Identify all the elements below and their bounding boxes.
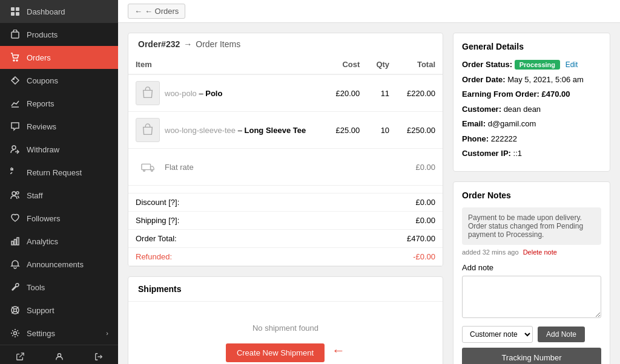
ip-label: Customer IP: (462, 149, 511, 158)
external-link-button[interactable] (0, 345, 39, 364)
sidebar-item-announcements[interactable]: Announcements (0, 253, 118, 276)
sidebar-item-settings[interactable]: Settings › (0, 322, 118, 345)
sidebar-item-label: Reviews (27, 122, 56, 131)
product-qty: 10 (367, 112, 397, 149)
cart-icon (10, 52, 21, 63)
col-total: Total (397, 55, 443, 74)
shipping-method: Flat rate (165, 163, 194, 172)
ip-row: Customer IP: ::1 (462, 148, 601, 160)
add-note-textarea[interactable] (462, 276, 601, 318)
product-name: woo-polo – Polo (165, 89, 222, 98)
col-qty: Qty (367, 55, 397, 74)
content-area: Order#232 → Order Items Item Cost Qty To… (118, 23, 620, 364)
svg-rect-13 (12, 241, 13, 245)
breadcrumb: Order#232 → Order Items (128, 33, 443, 55)
product-info: woo-polo – Polo (136, 81, 318, 105)
sidebar-item-withdraw[interactable]: Withdraw (0, 138, 118, 161)
edit-status-link[interactable]: Edit (566, 60, 578, 69)
shipments-empty: No shipment found Create New Shipment ← (138, 311, 433, 364)
product-sku: woo-long-sleeve-tee (165, 126, 236, 135)
phone-row: Phone: 222222 (462, 133, 601, 145)
sidebar-item-dashboard[interactable]: Dashboard (0, 0, 118, 23)
note-footer: Customer note Private note Add Note (462, 326, 601, 343)
svg-rect-1 (16, 7, 19, 11)
summary-row-refunded: Refunded: -£0.00 (128, 248, 443, 266)
sidebar-item-orders[interactable]: Orders (0, 46, 118, 69)
sidebar-item-support[interactable]: Support (0, 299, 118, 322)
email-value: d@gamil.com (488, 119, 536, 128)
sidebar-item-label: Withdraw (27, 145, 59, 154)
svg-line-23 (19, 353, 24, 357)
order-date-label: Order Date: (462, 75, 506, 84)
ip-value: ::1 (513, 149, 522, 158)
refunded-value: -£0.00 (309, 248, 443, 266)
chart-icon (10, 98, 21, 109)
left-panel: Order#232 → Order Items Item Cost Qty To… (128, 33, 443, 354)
shipments-card: Shipments No shipment found Create New S… (128, 276, 443, 364)
sidebar-item-label: Settings (27, 329, 55, 338)
note-bubble: Payment to be made upon delivery. Order … (462, 207, 601, 245)
no-shipment-label: No shipment found (150, 323, 421, 333)
sidebar-item-reports[interactable]: Reports (0, 92, 118, 115)
product-cost: £20.00 (326, 74, 367, 112)
note-type-select[interactable]: Customer note Private note (462, 326, 533, 343)
table-row: woo-polo – Polo £20.00 11 £220.00 (128, 74, 443, 112)
svg-point-7 (13, 79, 15, 80)
tag-icon (10, 75, 21, 86)
back-label: ← Orders (145, 7, 179, 16)
order-notes-title: Order Notes (462, 190, 601, 200)
svg-point-17 (14, 309, 17, 312)
add-note-button[interactable]: Add Note (538, 327, 585, 342)
col-item: Item (128, 55, 326, 74)
sidebar-item-staff[interactable]: Staff (0, 184, 118, 207)
product-total: £250.00 (397, 112, 443, 149)
earning-row: Earning From Order: £470.00 (462, 88, 601, 100)
shipments-header: Shipments (128, 277, 443, 302)
sidebar-item-label: Dashboard (27, 7, 65, 16)
shipping-total: £0.00 (397, 149, 443, 186)
order-date-value: May 5, 2021, 5:06 am (507, 75, 584, 84)
sidebar-item-analytics[interactable]: Analytics (0, 230, 118, 253)
lifebuoy-icon (10, 305, 21, 316)
col-cost: Cost (326, 55, 367, 74)
delete-note-link[interactable]: Delete note (523, 249, 557, 256)
svg-rect-14 (15, 239, 16, 245)
order-date-row: Order Date: May 5, 2021, 5:06 am (462, 74, 601, 86)
sidebar-item-return-request[interactable]: Return Request (0, 161, 118, 184)
svg-rect-26 (142, 164, 151, 169)
shipping-icon-cell (136, 155, 160, 179)
order-items-table: Item Cost Qty Total (128, 55, 443, 186)
create-shipment-button[interactable]: Create New Shipment (226, 343, 325, 362)
order-status-label: Order Status: (462, 60, 512, 69)
sidebar-bottom (0, 345, 118, 364)
order-summary-table: Discount [?]: £0.00 Shipping [?]: £0.00 … (128, 193, 443, 266)
sidebar-item-coupons[interactable]: Coupons (0, 69, 118, 92)
wrench-icon (10, 282, 21, 293)
sidebar-item-label: Tools (27, 283, 45, 292)
tracking-number-button[interactable]: Tracking Number (462, 348, 601, 365)
product-info: woo-long-sleeve-tee – Long Sleeve Tee (136, 118, 318, 142)
earning-value: £470.00 (541, 89, 570, 99)
breadcrumb-page: Order Items (196, 39, 240, 49)
sidebar-item-tools[interactable]: Tools (0, 276, 118, 299)
svg-rect-3 (16, 12, 19, 16)
shipping-value: £0.00 (309, 212, 443, 230)
svg-point-27 (143, 170, 145, 172)
sidebar-item-followers[interactable]: Followers (0, 207, 118, 230)
sidebar-item-label: Support (27, 306, 54, 315)
bar-chart-icon (10, 236, 21, 247)
shipping-label: Shipping [?]: (128, 212, 309, 230)
product-qty: 11 (367, 74, 397, 112)
sidebar: Dashboard Products Orders Coupons (0, 0, 118, 364)
logout-button[interactable] (79, 345, 118, 364)
back-button[interactable]: ← ← Orders (128, 4, 185, 19)
svg-point-5 (13, 60, 15, 61)
svg-point-11 (12, 192, 16, 195)
sidebar-item-products[interactable]: Products (0, 23, 118, 46)
user-profile-button[interactable] (39, 345, 79, 364)
chevron-right-icon: › (106, 330, 108, 337)
sidebar-item-label: Followers (27, 214, 61, 223)
svg-point-6 (16, 60, 18, 61)
svg-point-24 (58, 354, 61, 357)
sidebar-item-reviews[interactable]: Reviews (0, 115, 118, 138)
